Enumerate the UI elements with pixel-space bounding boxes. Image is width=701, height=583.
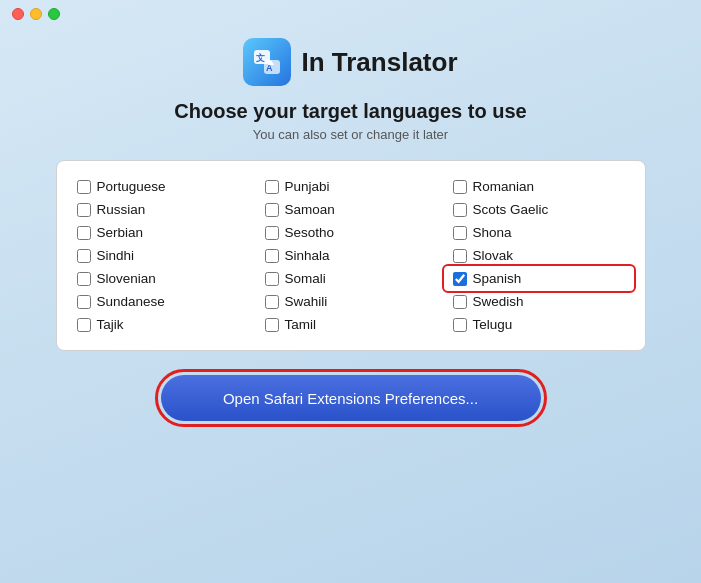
app-name: In Translator bbox=[301, 47, 457, 78]
language-item-russian[interactable]: Russian bbox=[69, 198, 257, 221]
language-item-punjabi[interactable]: Punjabi bbox=[257, 175, 445, 198]
language-label: Spanish bbox=[473, 271, 522, 286]
language-checkbox-romanian[interactable] bbox=[453, 180, 467, 194]
language-checkbox-shona[interactable] bbox=[453, 226, 467, 240]
language-item-serbian[interactable]: Serbian bbox=[69, 221, 257, 244]
language-checkbox-scots-gaelic[interactable] bbox=[453, 203, 467, 217]
language-label: Swahili bbox=[285, 294, 328, 309]
bottom-area: Open Safari Extensions Preferences... bbox=[161, 375, 541, 421]
language-label: Samoan bbox=[285, 202, 335, 217]
language-checkbox-slovenian[interactable] bbox=[77, 272, 91, 286]
traffic-lights bbox=[12, 8, 60, 20]
language-checkbox-portuguese[interactable] bbox=[77, 180, 91, 194]
language-checkbox-swedish[interactable] bbox=[453, 295, 467, 309]
language-item-swedish[interactable]: Swedish bbox=[445, 290, 633, 313]
language-item-sesotho[interactable]: Sesotho bbox=[257, 221, 445, 244]
language-item-portuguese[interactable]: Portuguese bbox=[69, 175, 257, 198]
language-item-tajik[interactable]: Tajik bbox=[69, 313, 257, 336]
language-checkbox-sesotho[interactable] bbox=[265, 226, 279, 240]
language-checkbox-sinhala[interactable] bbox=[265, 249, 279, 263]
language-item-romanian[interactable]: Romanian bbox=[445, 175, 633, 198]
language-item-sindhi[interactable]: Sindhi bbox=[69, 244, 257, 267]
header: 文 A In Translator Choose your target lan… bbox=[174, 38, 526, 142]
language-checkbox-serbian[interactable] bbox=[77, 226, 91, 240]
language-item-tamil[interactable]: Tamil bbox=[257, 313, 445, 336]
language-checkbox-sundanese[interactable] bbox=[77, 295, 91, 309]
language-item-sinhala[interactable]: Sinhala bbox=[257, 244, 445, 267]
app-icon: 文 A bbox=[243, 38, 291, 86]
language-label: Tajik bbox=[97, 317, 124, 332]
language-item-sundanese[interactable]: Sundanese bbox=[69, 290, 257, 313]
language-label: Telugu bbox=[473, 317, 513, 332]
language-checkbox-telugu[interactable] bbox=[453, 318, 467, 332]
language-label: Punjabi bbox=[285, 179, 330, 194]
language-item-telugu[interactable]: Telugu bbox=[445, 313, 633, 336]
language-checkbox-samoan[interactable] bbox=[265, 203, 279, 217]
language-list: PortuguesePunjabiRomanianRussianSamoanSc… bbox=[56, 160, 646, 351]
language-label: Swedish bbox=[473, 294, 524, 309]
language-checkbox-slovak[interactable] bbox=[453, 249, 467, 263]
language-checkbox-punjabi[interactable] bbox=[265, 180, 279, 194]
language-item-spanish[interactable]: Spanish bbox=[445, 267, 633, 290]
language-item-slovenian[interactable]: Slovenian bbox=[69, 267, 257, 290]
close-button[interactable] bbox=[12, 8, 24, 20]
language-item-somali[interactable]: Somali bbox=[257, 267, 445, 290]
page-hint: You can also set or change it later bbox=[253, 127, 448, 142]
open-safari-extensions-button[interactable]: Open Safari Extensions Preferences... bbox=[161, 375, 541, 421]
language-label: Romanian bbox=[473, 179, 535, 194]
language-checkbox-swahili[interactable] bbox=[265, 295, 279, 309]
minimize-button[interactable] bbox=[30, 8, 42, 20]
app-title-row: 文 A In Translator bbox=[243, 38, 457, 86]
language-label: Serbian bbox=[97, 225, 144, 240]
language-label: Slovenian bbox=[97, 271, 156, 286]
language-checkbox-tajik[interactable] bbox=[77, 318, 91, 332]
language-item-slovak[interactable]: Slovak bbox=[445, 244, 633, 267]
language-checkbox-spanish[interactable] bbox=[453, 272, 467, 286]
language-checkbox-somali[interactable] bbox=[265, 272, 279, 286]
language-label: Slovak bbox=[473, 248, 514, 263]
language-checkbox-tamil[interactable] bbox=[265, 318, 279, 332]
title-bar bbox=[0, 0, 701, 28]
language-label: Scots Gaelic bbox=[473, 202, 549, 217]
language-label: Somali bbox=[285, 271, 326, 286]
language-label: Russian bbox=[97, 202, 146, 217]
maximize-button[interactable] bbox=[48, 8, 60, 20]
language-label: Sundanese bbox=[97, 294, 165, 309]
language-label: Shona bbox=[473, 225, 512, 240]
language-item-samoan[interactable]: Samoan bbox=[257, 198, 445, 221]
open-button-wrapper: Open Safari Extensions Preferences... bbox=[161, 375, 541, 421]
language-checkbox-sindhi[interactable] bbox=[77, 249, 91, 263]
page-title: Choose your target languages to use bbox=[174, 100, 526, 123]
language-label: Portuguese bbox=[97, 179, 166, 194]
language-checkbox-russian[interactable] bbox=[77, 203, 91, 217]
language-label: Sesotho bbox=[285, 225, 335, 240]
language-item-scots-gaelic[interactable]: Scots Gaelic bbox=[445, 198, 633, 221]
language-label: Sindhi bbox=[97, 248, 135, 263]
language-item-shona[interactable]: Shona bbox=[445, 221, 633, 244]
language-label: Sinhala bbox=[285, 248, 330, 263]
language-item-swahili[interactable]: Swahili bbox=[257, 290, 445, 313]
language-label: Tamil bbox=[285, 317, 317, 332]
